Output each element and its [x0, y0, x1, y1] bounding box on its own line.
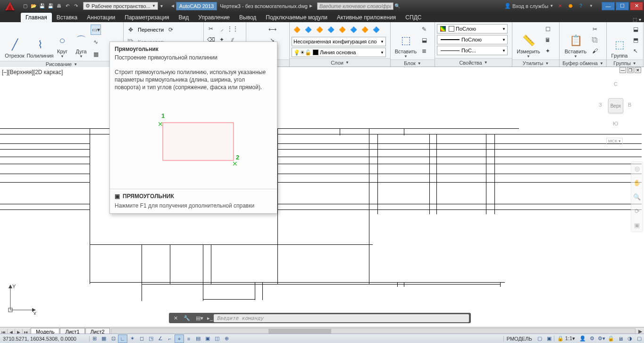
- layer5-icon[interactable]: 🔶: [337, 25, 347, 35]
- sb-ducs-icon[interactable]: ⌐: [165, 335, 175, 343]
- sb-lwt-icon[interactable]: ≡: [184, 335, 193, 343]
- measure-button[interactable]: 📏 Измерить ▼: [514, 23, 543, 59]
- rectangle-button[interactable]: ▭▾: [91, 25, 101, 35]
- panel-util-title[interactable]: Утилиты▼: [512, 59, 559, 67]
- help-search-input[interactable]: [317, 2, 393, 10]
- viewcube-w[interactable]: З: [599, 102, 602, 108]
- viewcube-s[interactable]: Ю: [613, 121, 618, 126]
- panel-props-title[interactable]: Свойства▼: [435, 58, 512, 67]
- color-combo[interactable]: ПоСлою▼: [437, 24, 508, 33]
- group-sel-icon[interactable]: ↖: [630, 46, 641, 56]
- panel-block-title[interactable]: Блок▼: [391, 59, 435, 67]
- sb-qp-icon[interactable]: ▣: [203, 335, 212, 343]
- layer3-icon[interactable]: 🔶: [314, 25, 325, 35]
- zoom-extents-icon[interactable]: 🔍: [632, 192, 642, 201]
- block-insert-button[interactable]: ⬚ Вставить ▼: [393, 23, 419, 59]
- sb-lock-icon[interactable]: 🔒: [606, 335, 616, 343]
- tab-insert[interactable]: Вставка: [52, 13, 83, 22]
- sb-snap-icon[interactable]: ▦: [99, 335, 109, 343]
- fillet-icon[interactable]: ◞: [217, 24, 227, 34]
- tab-parametric[interactable]: Параметризация: [120, 13, 174, 22]
- layer1-icon[interactable]: 🔶: [292, 25, 302, 35]
- nav-left-icon[interactable]: ◀: [171, 4, 174, 8]
- array-icon[interactable]: ⋮⋮: [227, 24, 238, 34]
- point-icon[interactable]: ✦: [543, 46, 553, 56]
- qat-more-icon[interactable]: ▾: [158, 2, 166, 10]
- undo-icon[interactable]: ↶: [64, 2, 71, 10]
- match-icon[interactable]: 🖌: [590, 46, 600, 56]
- tab-apps[interactable]: Активные приложения: [332, 13, 401, 22]
- cut-icon[interactable]: ✂: [590, 24, 600, 34]
- layer-combo[interactable]: 💡 ☀ 🔓 Линия основна▼: [292, 48, 386, 57]
- group-button[interactable]: ⬚ Группа: [609, 23, 630, 59]
- sb-3dosnap-icon[interactable]: ◳: [146, 335, 156, 343]
- sb-polar-icon[interactable]: ✶: [127, 335, 137, 343]
- viewport-label[interactable]: [–][Верхняя][2D каркас]: [2, 69, 63, 75]
- sb-ws-icon[interactable]: ⚙▾: [597, 335, 606, 343]
- linetype-combo[interactable]: ПоС...▼: [437, 46, 508, 55]
- rotate-icon[interactable]: ⟳: [166, 25, 176, 35]
- model-space-label[interactable]: РМОДЕЛЬ: [503, 336, 535, 342]
- circle-button[interactable]: ○ Круг ▼: [53, 23, 72, 59]
- saveas-icon[interactable]: 💾: [47, 2, 54, 10]
- move-icon[interactable]: ✥: [125, 25, 136, 35]
- sb-hardware-icon[interactable]: 🖥: [616, 335, 625, 343]
- spline-button[interactable]: ∿: [91, 37, 101, 47]
- panel-layers-title[interactable]: Слои▼: [290, 58, 390, 67]
- layer2-icon[interactable]: 🔷: [303, 25, 313, 35]
- sb-isolate-icon[interactable]: ◑: [625, 335, 635, 343]
- hatch-button[interactable]: ▦: [91, 49, 101, 59]
- sb-grid-icon[interactable]: ⊡: [109, 335, 118, 343]
- sb-infer-icon[interactable]: ⊞: [90, 335, 99, 343]
- block-edit-icon[interactable]: ⬓: [419, 35, 429, 45]
- layer7-icon[interactable]: 🔶: [360, 25, 370, 35]
- minimize-button[interactable]: —: [602, 2, 615, 10]
- new-icon[interactable]: ▢: [21, 2, 29, 10]
- doc-minimize-button[interactable]: —: [619, 67, 626, 73]
- app-logo[interactable]: [0, 0, 20, 12]
- trim-icon[interactable]: ✂: [206, 24, 216, 34]
- ungroup-icon[interactable]: ⬓: [630, 24, 641, 34]
- cmd-wrench-icon[interactable]: 🔧: [181, 315, 193, 321]
- help-dropdown-icon[interactable]: ▼: [589, 4, 593, 8]
- tab-manage[interactable]: Управление: [193, 13, 234, 22]
- signin-link[interactable]: 👤 Вход в службы ▼: [504, 3, 553, 9]
- plot-icon[interactable]: 🖶: [55, 2, 63, 10]
- tab-plugins[interactable]: Подключаемые модули: [261, 13, 332, 22]
- tab-view[interactable]: Вид: [174, 13, 194, 22]
- viewcube-n[interactable]: С: [614, 81, 618, 87]
- sb-qv-icon[interactable]: ▢: [535, 335, 544, 343]
- sb-otrack-icon[interactable]: ∠: [156, 335, 165, 343]
- sb-ortho-icon[interactable]: ∟: [118, 335, 127, 343]
- layer6-icon[interactable]: 🔷: [348, 25, 359, 35]
- redo-icon[interactable]: ↷: [72, 2, 80, 10]
- showmotion-icon[interactable]: ▣: [632, 220, 642, 230]
- close-button[interactable]: ✕: [630, 2, 643, 10]
- sb-tpy-icon[interactable]: ▤: [193, 335, 203, 343]
- block-create-icon[interactable]: ✎: [419, 24, 429, 34]
- viewcube-e[interactable]: В: [628, 102, 631, 108]
- select-icon[interactable]: ☐: [543, 24, 553, 34]
- sb-sc-icon[interactable]: ◫: [212, 335, 222, 343]
- steering-wheel-icon[interactable]: ◎: [632, 164, 642, 173]
- panel-clip-title[interactable]: Буфер обмена▼: [560, 59, 606, 67]
- sb-qvdwg-icon[interactable]: ▣: [544, 335, 554, 343]
- copy-clip-icon[interactable]: ⿻: [590, 35, 600, 45]
- sb-annovis-icon[interactable]: 👤: [578, 335, 587, 343]
- paste-button[interactable]: 📋 Вставить ▼: [561, 23, 590, 59]
- sb-dyn-icon[interactable]: +: [175, 335, 184, 343]
- doc-close-button[interactable]: ✕: [635, 67, 641, 73]
- viewcube-wcs[interactable]: МСК ▾: [606, 138, 623, 144]
- tab-spds[interactable]: СПДС: [401, 13, 426, 22]
- open-icon[interactable]: 📂: [30, 2, 37, 10]
- dimension-icon[interactable]: ⟷: [267, 24, 277, 34]
- panel-draw-title[interactable]: Рисование▼: [0, 61, 123, 67]
- command-input[interactable]: Введите команду: [214, 314, 469, 322]
- sb-am-icon[interactable]: ⊕: [222, 335, 231, 343]
- help-icon[interactable]: ?: [577, 2, 585, 10]
- tab-home[interactable]: Главная: [21, 13, 52, 22]
- command-line[interactable]: ✕ 🔧 ▤▾ ▸_ Введите команду: [169, 313, 471, 323]
- group-edit-icon[interactable]: ⬒: [630, 35, 641, 45]
- panel-group-title[interactable]: Группы▼: [607, 59, 643, 67]
- layer-state-combo[interactable]: Несохраненная конфигурация сло▼: [292, 37, 386, 46]
